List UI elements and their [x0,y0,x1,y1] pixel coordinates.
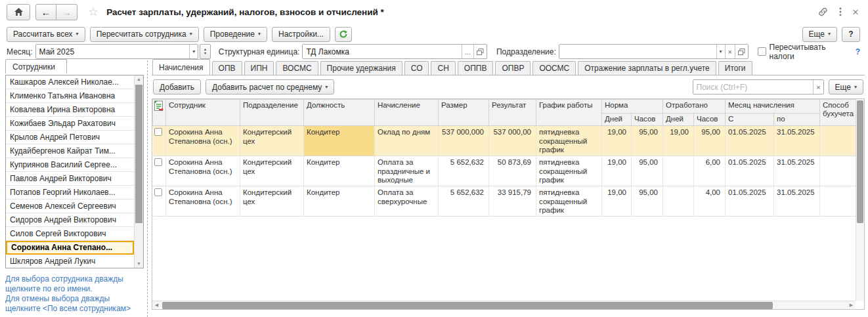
tab-opvr[interactable]: ОПВР [495,61,531,75]
cell-norm-days[interactable]: 19,00 [602,156,632,186]
cell-worked-hours[interactable]: 95,00 [694,126,726,156]
cell-result[interactable]: 50 873,69 [489,156,536,186]
row-checkbox[interactable] [154,188,162,196]
col-header-accounting[interactable]: Способ бухучета [820,100,856,126]
list-item-selected[interactable]: Сорокина Анна Степано... [6,241,134,255]
list-item[interactable]: Крылов Андрей Петович [6,131,134,144]
cell-accounting[interactable] [820,126,856,156]
list-item[interactable]: Кашкаров Алексей Николае... [6,75,134,89]
cell-department[interactable]: Кондитерский цех [240,126,304,156]
scroll-right-icon[interactable]: ▶ [847,303,856,308]
list-item[interactable]: Шкляров Андрей Лукич [6,255,134,268]
scroll-left-icon[interactable]: ◀ [152,303,161,308]
search-input[interactable] [693,80,814,94]
cell-result[interactable]: 537 000,00 [489,126,536,156]
list-item[interactable]: Клименко Татьяна Ивановна [6,89,134,103]
cell-department[interactable]: Кондитерский цех [240,156,304,186]
list-item[interactable]: Семенов Алексей Сергеевич [6,200,134,213]
cell-accrual[interactable]: Оклад по дням [375,126,439,156]
list-item[interactable]: Кожибаев Эльдар Рахатович [6,117,134,131]
table-vertical-scrollbar[interactable] [856,99,864,301]
cell-position[interactable]: Кондитер [304,156,375,186]
add-button[interactable]: Добавить [153,79,201,95]
scrollbar-thumb[interactable] [162,302,773,309]
get-link-icon[interactable] [817,7,829,17]
list-item[interactable]: Сидоров Андрей Викторович [6,213,134,227]
tab-oppv[interactable]: ОППВ [458,61,494,75]
tab-opv[interactable]: ОПВ [212,61,242,75]
cell-employee[interactable]: Сорокина Анна Степановна (осн.) [166,126,240,156]
department-dropdown-button[interactable]: ▾ [716,45,725,58]
table-row[interactable]: Сорокина Анна Степановна (осн.) Кондитер… [153,186,856,217]
cell-norm-hours[interactable]: 95,00 [632,156,663,186]
calc-all-button[interactable]: Рассчитать всех ▾ [7,27,85,42]
cell-size[interactable]: 5 652,632 [439,186,489,217]
cell-worked-days[interactable] [663,156,694,186]
help-button[interactable]: ? [842,27,860,42]
tab-sn[interactable]: СН [431,61,455,75]
month-spinner[interactable]: ▲ ▼ [200,44,210,59]
taxes-help-link[interactable]: ? [856,47,860,56]
cell-schedule[interactable]: пятидневка сокращенный график [536,126,602,156]
cell-employee[interactable]: Сорокина Анна Степановна (осн.) [166,156,240,186]
tab-ipn[interactable]: ИПН [244,61,274,75]
cell-worked-days[interactable] [663,186,694,217]
posting-button[interactable]: Проведение ▾ [204,27,267,42]
cell-accrual[interactable]: Оплата за праздничные и выходные [375,156,439,186]
cell-size[interactable]: 537 000,000 [439,126,489,156]
cell-result[interactable]: 33 915,79 [489,186,536,217]
col-header-size[interactable]: Размер [439,100,489,126]
cell-date-from[interactable]: 01.05.2025 [726,126,774,156]
list-item[interactable]: Силов Сергей Викторович [6,227,134,241]
recalc-taxes-checkbox[interactable] [758,47,766,56]
add-average-button[interactable]: Добавить расчет по среднему ▾ [206,79,334,95]
cell-worked-hours[interactable]: 6,00 [694,156,726,186]
scroll-up-icon[interactable]: ▲ [135,75,143,83]
department-input[interactable] [559,45,716,58]
unit-ellipsis-button[interactable]: ... [462,45,473,58]
cell-date-from[interactable]: 01.05.2025 [726,156,774,186]
list-item[interactable]: Куприянов Василий Сергее... [6,158,134,172]
back-button[interactable]: ← [35,4,56,20]
settings-button[interactable]: Настройки... [272,27,330,42]
cell-accounting[interactable] [820,186,856,217]
tab-employees[interactable]: Сотрудники [5,59,67,74]
cell-accrual[interactable]: Оплата за сверхурочные [375,186,439,217]
cell-worked-days[interactable]: 19,00 [663,126,694,156]
table-horizontal-scrollbar[interactable]: ◀ ▶ [152,301,856,309]
home-button[interactable] [7,4,30,20]
col-header-employee[interactable]: Сотрудник [166,100,240,126]
cell-accounting[interactable] [820,156,856,186]
cell-norm-hours[interactable]: 95,00 [632,126,663,156]
tab-oosms[interactable]: ООСМС [532,61,576,75]
cell-norm-days[interactable]: 19,00 [602,186,632,217]
cell-date-to[interactable]: 31.05.2025 [774,126,820,156]
col-header-accrual[interactable]: Начисление [375,100,439,126]
table-settings-header[interactable] [153,100,166,126]
favorite-star-icon[interactable]: ☆ [88,5,98,19]
col-header-date-from[interactable]: С [726,114,774,126]
list-item[interactable]: Ковалева Ирина Викторовна [6,103,134,117]
cell-schedule[interactable]: пятидневка сокращенный график [536,156,602,186]
list-item[interactable]: Кудайбергенов Кайрат Тим... [6,144,134,158]
tab-other-deductions[interactable]: Прочие удержания [320,61,402,75]
col-group-worked[interactable]: Отработано [663,100,726,114]
row-checkbox[interactable] [154,128,162,136]
scroll-down-icon[interactable]: ▼ [135,260,143,268]
col-header-worked-days[interactable]: Дней [663,114,694,126]
cell-norm-hours[interactable]: 95,00 [632,186,663,217]
cell-employee[interactable]: Сорокина Анна Степановна (осн.) [166,186,240,217]
table-row[interactable]: Сорокина Анна Степановна (осн.) Кондитер… [153,126,856,156]
col-header-result[interactable]: Результат [489,100,536,126]
list-item[interactable]: Потапов Георгий Николаев... [6,186,134,200]
tab-totals[interactable]: Итоги [718,61,752,75]
employee-list-scrollbar[interactable]: ▲ ▼ [134,75,143,268]
forward-button[interactable]: → [56,4,77,20]
list-item[interactable]: Павлов Андрей Викторович [6,172,134,186]
more-menu-kebab-icon[interactable] [839,7,842,17]
cell-department[interactable]: Кондитерский цех [240,186,304,217]
cell-date-from[interactable]: 01.05.2025 [726,186,774,217]
cell-position-current[interactable]: Кондитер [304,126,375,156]
tab-vosms[interactable]: ВОСМС [276,61,318,75]
cell-position[interactable]: Кондитер [304,186,375,217]
